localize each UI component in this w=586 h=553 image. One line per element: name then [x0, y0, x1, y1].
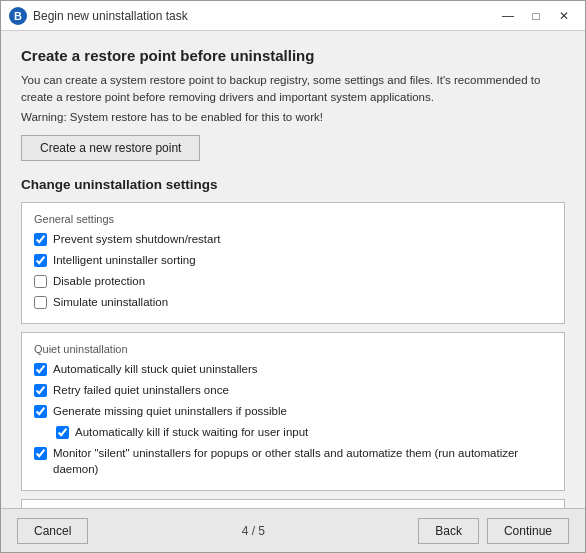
- prevent-shutdown-label: Prevent system shutdown/restart: [53, 231, 220, 247]
- quiet-uninstallation-group: Quiet uninstallation Automatically kill …: [21, 332, 565, 492]
- kill-stuck-checkbox[interactable]: [34, 363, 47, 376]
- list-item: Disable protection: [34, 273, 552, 289]
- quiet-uninstallation-label: Quiet uninstallation: [34, 343, 552, 355]
- title-bar: B Begin new uninstallation task — □ ✕: [1, 1, 585, 31]
- back-button[interactable]: Back: [418, 518, 479, 544]
- monitor-silent-label: Monitor "silent" uninstallers for popups…: [53, 445, 552, 477]
- intelligent-sorting-checkbox[interactable]: [34, 254, 47, 267]
- continue-button[interactable]: Continue: [487, 518, 569, 544]
- list-item: Automatically kill if stuck waiting for …: [56, 424, 552, 440]
- create-restore-point-button[interactable]: Create a new restore point: [21, 135, 200, 161]
- disable-protection-checkbox[interactable]: [34, 275, 47, 288]
- list-item: Automatically kill stuck quiet uninstall…: [34, 361, 552, 377]
- content-area: Create a restore point before uninstalli…: [1, 31, 585, 508]
- kill-stuck-label: Automatically kill stuck quiet uninstall…: [53, 361, 258, 377]
- list-item: Monitor "silent" uninstallers for popups…: [34, 445, 552, 477]
- main-window: B Begin new uninstallation task — □ ✕ Cr…: [0, 0, 586, 553]
- restore-warning: Warning: System restore has to be enable…: [21, 111, 565, 123]
- window-title: Begin new uninstallation task: [33, 9, 495, 23]
- list-item: Intelligent uninstaller sorting: [34, 252, 552, 268]
- page-indicator: 4 / 5: [88, 524, 418, 538]
- disable-protection-label: Disable protection: [53, 273, 145, 289]
- kill-waiting-label: Automatically kill if stuck waiting for …: [75, 424, 308, 440]
- prevent-shutdown-checkbox[interactable]: [34, 233, 47, 246]
- concurrent-uninstallation-group: Concurrent uninstallation Automatically …: [21, 499, 565, 508]
- general-settings-label: General settings: [34, 213, 552, 225]
- simulate-uninstallation-label: Simulate uninstallation: [53, 294, 168, 310]
- maximize-button[interactable]: □: [523, 6, 549, 26]
- generate-missing-label: Generate missing quiet uninstallers if p…: [53, 403, 287, 419]
- retry-failed-label: Retry failed quiet uninstallers once: [53, 382, 229, 398]
- app-logo: B: [9, 7, 27, 25]
- kill-waiting-checkbox[interactable]: [56, 426, 69, 439]
- minimize-button[interactable]: —: [495, 6, 521, 26]
- simulate-uninstallation-checkbox[interactable]: [34, 296, 47, 309]
- generate-missing-checkbox[interactable]: [34, 405, 47, 418]
- settings-section-heading: Change uninstallation settings: [21, 177, 565, 192]
- restore-section-heading: Create a restore point before uninstalli…: [21, 47, 565, 64]
- restore-description: You can create a system restore point to…: [21, 72, 565, 107]
- list-item: Generate missing quiet uninstallers if p…: [34, 403, 552, 419]
- close-button[interactable]: ✕: [551, 6, 577, 26]
- list-item: Retry failed quiet uninstallers once: [34, 382, 552, 398]
- footer-nav: Back Continue: [418, 518, 569, 544]
- monitor-silent-checkbox[interactable]: [34, 447, 47, 460]
- list-item: Simulate uninstallation: [34, 294, 552, 310]
- general-settings-group: General settings Prevent system shutdown…: [21, 202, 565, 324]
- intelligent-sorting-label: Intelligent uninstaller sorting: [53, 252, 196, 268]
- window-controls: — □ ✕: [495, 6, 577, 26]
- footer: Cancel 4 / 5 Back Continue: [1, 508, 585, 552]
- cancel-button[interactable]: Cancel: [17, 518, 88, 544]
- retry-failed-checkbox[interactable]: [34, 384, 47, 397]
- list-item: Prevent system shutdown/restart: [34, 231, 552, 247]
